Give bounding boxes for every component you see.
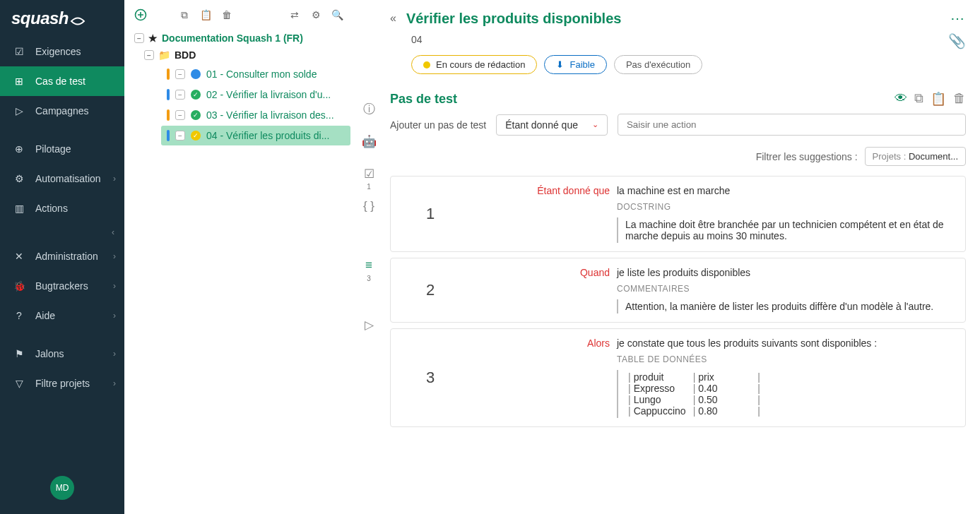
tree-panel: ⧉ 📋 🗑 ⇄ ⚙ 🔍 − ★ Documentation Squash 1 (… — [124, 0, 353, 514]
nav-testcases[interactable]: ⊞ Cas de test — [0, 66, 124, 96]
filter-label: Filtrer les suggestions : — [756, 151, 858, 162]
nav-automation[interactable]: ⚙ Automatisation › — [0, 164, 124, 193]
nav-label: Exigences — [35, 46, 81, 57]
step-text: je constate que tous les produits suivan… — [617, 337, 877, 349]
section-title: Pas de test — [390, 92, 457, 107]
action-input[interactable] — [618, 114, 966, 136]
nav-actions[interactable]: ▥ Actions — [0, 193, 124, 223]
reference: 04 — [390, 34, 948, 45]
tree-toolbar: ⧉ 📋 🗑 ⇄ ⚙ 🔍 — [124, 0, 353, 27]
tree-testcase[interactable]: − ✓ 03 - Vérifier la livraison des... — [161, 105, 350, 125]
annotation-label: COMMENTAIRES — [617, 284, 954, 294]
logo[interactable]: squash — [0, 0, 124, 37]
expand-icon[interactable]: − — [175, 90, 185, 100]
folder-label: BDD — [175, 49, 196, 61]
nav-milestones[interactable]: ⚑ Jalons › — [0, 339, 124, 369]
expand-icon[interactable]: − — [175, 110, 185, 120]
main-content: « Vérifier les produits disponibles ⋯ 04… — [384, 0, 980, 514]
nav-label: Filtre projets — [35, 378, 90, 389]
paste-icon[interactable]: 📋 — [198, 7, 213, 23]
tree-testcase[interactable]: − 01 - Consulter mon solde — [161, 64, 350, 84]
sort-icon[interactable]: ⇄ — [287, 7, 302, 23]
test-step[interactable]: 1 Étant donné que la machine est en marc… — [390, 176, 966, 252]
detail-tabs: ⓘ 🤖 ☑1 { } ≡3 ▷ — [353, 0, 384, 514]
star-icon: ★ — [148, 32, 158, 44]
globe-icon: ⊕ — [13, 143, 25, 155]
nav-project-filter[interactable]: ▽ Filtre projets › — [0, 369, 124, 398]
nav-bugtrackers[interactable]: 🐞 Bugtrackers › — [0, 271, 124, 301]
nav-campaigns[interactable]: ▷ Campagnes — [0, 96, 124, 126]
logo-text: squash — [11, 8, 69, 28]
testcase-label: 01 - Consulter mon solde — [206, 68, 317, 80]
executions-tab[interactable]: ▷ — [359, 315, 379, 335]
expand-icon[interactable]: − — [175, 69, 185, 79]
filter-value: Document... — [909, 151, 958, 162]
tree-project[interactable]: − ★ Documentation Squash 1 (FR) — [130, 30, 350, 47]
checklist-icon: ☑ — [13, 45, 25, 58]
keyword-dropdown[interactable]: Étant donné que ⌄ — [496, 114, 608, 136]
more-menu[interactable]: ⋯ — [950, 10, 966, 27]
status-dot-icon: ✓ — [191, 110, 201, 120]
tree-testcase[interactable]: − ✓ 04 - Vérifier les produits di... — [161, 126, 350, 145]
chevron-right-icon: › — [113, 349, 116, 359]
status-dot-icon — [191, 69, 201, 79]
step-text: la machine est en marche — [617, 185, 730, 196]
importance-label: Faible — [569, 59, 594, 70]
status-dot-icon: ✓ — [191, 131, 201, 141]
importance-bar — [167, 68, 170, 80]
nav-label: Jalons — [35, 348, 64, 359]
paste-icon[interactable]: 📋 — [931, 91, 946, 107]
importance-chip[interactable]: ⬇ Faible — [544, 55, 606, 74]
nav-reporting[interactable]: ⊕ Pilotage — [0, 134, 124, 164]
steps-tab[interactable]: ≡3 — [359, 256, 379, 275]
collapse-icon[interactable]: − — [134, 33, 144, 43]
robot-icon: ⚙ — [13, 172, 25, 185]
preview-icon[interactable]: 👁 — [895, 91, 907, 107]
chevron-right-icon: › — [113, 281, 116, 291]
back-button[interactable]: « — [390, 12, 396, 25]
delete-icon[interactable]: 🗑 — [219, 7, 235, 23]
robot-tab[interactable]: 🤖 — [359, 131, 379, 151]
add-icon[interactable] — [133, 7, 148, 23]
execution-label: Pas d'exécution — [626, 59, 690, 70]
settings-icon[interactable]: ⚙ — [308, 7, 324, 23]
tree-folder[interactable]: − 📁 BDD — [140, 47, 350, 64]
attachment-button[interactable]: 📎 — [948, 32, 966, 49]
params-tab[interactable]: { } — [359, 196, 379, 216]
keyword-selected: Étant donné que — [505, 119, 578, 131]
search-icon[interactable]: 🔍 — [329, 7, 345, 23]
nav-help[interactable]: ? Aide › — [0, 301, 124, 330]
requirements-tab[interactable]: ☑1 — [359, 164, 379, 184]
collapse-sidebar-button[interactable]: ‹ — [0, 223, 124, 241]
collapse-icon[interactable]: − — [144, 50, 154, 60]
status-chip[interactable]: En cours de rédaction — [411, 55, 537, 74]
tree-testcase[interactable]: − ✓ 02 - Vérifier la livraison d'u... — [161, 85, 350, 104]
bug-icon: 🐞 — [13, 280, 25, 292]
copy-icon[interactable]: ⧉ — [914, 91, 923, 107]
user-avatar[interactable]: MD — [50, 476, 74, 500]
nav-label: Actions — [35, 203, 68, 214]
chevron-right-icon: › — [113, 174, 116, 184]
play-circle-icon: ▷ — [13, 104, 25, 117]
test-step[interactable]: 3 Alors je constate que tous les produit… — [390, 328, 966, 427]
filter-projects[interactable]: Projets : Document... — [865, 147, 966, 166]
status-label: En cours de rédaction — [436, 59, 525, 70]
nav-requirements[interactable]: ☑ Exigences — [0, 37, 124, 66]
status-dot-icon: ✓ — [191, 90, 201, 100]
help-icon: ? — [13, 309, 25, 322]
expand-icon[interactable]: − — [175, 131, 185, 141]
copy-icon[interactable]: ⧉ — [177, 7, 192, 23]
page-title: Vérifier les produits disponibles — [406, 11, 940, 27]
steps-list: 1 Étant donné que la machine est en marc… — [390, 176, 966, 427]
step-keyword: Alors — [468, 337, 610, 349]
test-step[interactable]: 2 Quand je liste les produits disponible… — [390, 258, 966, 323]
status-dot-icon — [423, 61, 430, 68]
execution-chip[interactable]: Pas d'exécution — [614, 55, 702, 74]
delete-icon[interactable]: 🗑 — [953, 91, 966, 107]
testcase-label: 03 - Vérifier la livraison des... — [206, 109, 334, 121]
filter-prefix: Projets : — [873, 151, 909, 162]
nav-admin[interactable]: ✕ Administration › — [0, 241, 124, 271]
nav-label: Aide — [35, 310, 55, 321]
testcase-label: 04 - Vérifier les produits di... — [206, 130, 329, 141]
info-tab[interactable]: ⓘ — [359, 99, 379, 119]
